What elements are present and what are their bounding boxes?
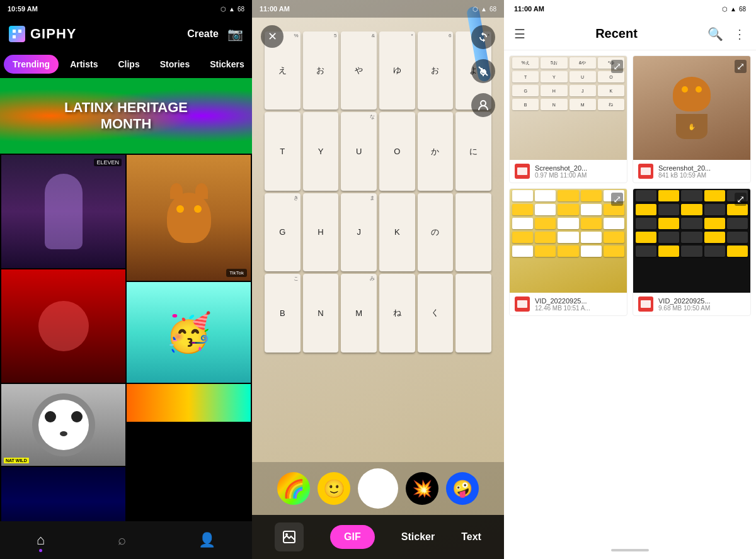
dk-row-1	[633, 189, 750, 203]
gif-goodnight[interactable]: Good Night	[1, 467, 125, 521]
panda-eye-right	[71, 411, 83, 422]
goodnight-text: Good Night	[36, 520, 91, 521]
sticker-mode-label: Sticker	[401, 531, 435, 542]
yk-key	[512, 232, 533, 243]
tab-stories[interactable]: Stories	[151, 55, 198, 74]
file-info-4: VID_20220925... 9.68 MB 10:50 AM	[633, 293, 750, 315]
bottom-nav-profile[interactable]: 👤	[198, 532, 215, 548]
tab-clips[interactable]: Clips	[109, 55, 148, 74]
giphy-status-time: 10:59 AM	[8, 5, 38, 13]
portrait-button[interactable]	[471, 93, 495, 117]
gallery-button[interactable]	[275, 522, 304, 551]
sticker-crazy[interactable]: 🤪	[446, 472, 479, 505]
thumb-eye-left	[682, 86, 688, 93]
key-G: Gき	[265, 193, 301, 271]
sticker-rainbow[interactable]: 🌈	[277, 472, 310, 505]
rainbow-emoji: 🌈	[283, 478, 305, 499]
files-status-bar: 11:00 AM ⬡ ▲ 68	[504, 0, 756, 18]
giphy-status-icons: ⬡ ▲ 68	[220, 6, 244, 13]
kv-row-1: %え 5お &や *ゆ	[510, 56, 627, 70]
yk-key	[535, 204, 556, 215]
file-card-3[interactable]: ⤢ VID_20220925... 12.46 MB 10:51 A...	[509, 188, 627, 316]
tab-artists[interactable]: Artists	[61, 55, 106, 74]
expand-icon-1[interactable]: ⤢	[611, 60, 623, 73]
yk-key	[581, 232, 602, 243]
gif-cat[interactable]: TikTok	[127, 155, 251, 281]
file-card-2[interactable]: ✋ ⤢ Screenshot_20... 841 kB 10:59 AM	[633, 55, 751, 183]
expand-icon-4[interactable]: ⤢	[735, 193, 747, 206]
dk-key	[727, 218, 748, 229]
soccer-figure	[38, 301, 89, 351]
kv-row-3: G H J K	[510, 84, 627, 98]
panda-nose	[60, 431, 67, 436]
smiley-emoji: 🙂	[323, 478, 345, 499]
text-mode-button[interactable]: Text	[461, 531, 481, 543]
eleven-badge: ELEVEN	[94, 159, 122, 166]
yk-key	[558, 204, 578, 215]
kv-row-4: B N M ね	[510, 98, 627, 111]
expand-icon-3[interactable]: ⤢	[611, 193, 623, 206]
yk-key	[558, 218, 578, 229]
mute-button[interactable]	[471, 59, 495, 83]
giphy-header: GIPHY Create 📷	[0, 18, 252, 50]
sticker-smiley[interactable]: 🙂	[318, 472, 350, 505]
file-type-icon-2	[638, 164, 653, 179]
yellow-keys-vis	[510, 189, 627, 293]
search-icon: ⌕	[118, 532, 126, 548]
dk-key	[636, 218, 656, 229]
giphy-bottom-nav: ⌂ ⌕ 👤	[0, 521, 252, 559]
file-icon-inner-2	[641, 167, 651, 175]
close-camera-button[interactable]: ✕	[261, 25, 284, 48]
key-no: の	[418, 193, 454, 271]
kv-key: J	[570, 85, 596, 96]
sticker-burst[interactable]: 💥	[406, 472, 438, 505]
kv-key: K	[598, 85, 624, 96]
expand-icon-2[interactable]: ⤢	[735, 60, 747, 73]
tab-stickers[interactable]: Stickers	[201, 55, 252, 74]
key-N: N	[303, 274, 339, 352]
dk-key-yellow	[704, 232, 725, 243]
kv-key: Y	[541, 71, 567, 82]
gif-abstract[interactable]	[127, 384, 251, 422]
svg-rect-2	[13, 35, 16, 38]
kv-key: M	[570, 99, 596, 110]
dk-key-yellow	[704, 218, 725, 229]
sticker-mode-button[interactable]: Sticker	[401, 531, 435, 543]
bottom-nav-search[interactable]: ⌕	[118, 532, 126, 548]
yk-key	[581, 204, 602, 215]
keyboard-thumb-vis-1: %え 5お &や *ゆ T Y U O G H J	[510, 56, 627, 160]
dk-key	[727, 232, 748, 243]
capture-button[interactable]	[358, 468, 398, 509]
file-icon-inner-4	[641, 300, 651, 308]
file-type-icon-1	[515, 164, 530, 179]
gif-panda[interactable]: NAT WILD	[1, 384, 125, 466]
cat-eyes	[167, 193, 211, 213]
thumb-cat-body: ✋	[676, 114, 707, 139]
files-search-icon[interactable]: 🔍	[707, 26, 723, 42]
camera-header-icon[interactable]: 📷	[227, 26, 243, 42]
files-battery-icon: 68	[739, 6, 746, 13]
yk-row-3	[510, 217, 627, 230]
key-J: Jま	[341, 193, 377, 271]
gif-dancer[interactable]: ELEVEN	[1, 155, 125, 268]
bottom-nav-home[interactable]: ⌂	[37, 532, 45, 548]
tab-trending[interactable]: Trending	[4, 55, 59, 74]
files-header-icons: 🔍 ⋮	[707, 26, 746, 42]
home-icon: ⌂	[37, 532, 45, 548]
svg-rect-0	[13, 30, 16, 33]
gif-party[interactable]: 🥳	[127, 282, 251, 383]
gif-mode-button[interactable]: GIF	[330, 525, 375, 549]
create-button[interactable]: Create	[187, 28, 219, 40]
key-O: O	[379, 112, 415, 190]
gif-soccer[interactable]	[1, 269, 125, 383]
flip-camera-button[interactable]	[471, 25, 495, 49]
file-card-1[interactable]: %え 5お &や *ゆ T Y U O G H J	[509, 55, 627, 183]
file-card-4[interactable]: ⤢ VID_20220925... 9.68 MB 10:50 AM	[633, 188, 751, 316]
camera-battery-icon: 68	[490, 6, 496, 13]
hamburger-icon[interactable]: ☰	[514, 26, 525, 42]
dk-row-2	[633, 203, 750, 217]
files-more-icon[interactable]: ⋮	[733, 26, 746, 42]
file-thumb-2: ✋ ⤢	[633, 56, 750, 160]
cat-eye-left	[176, 205, 184, 213]
yk-key	[604, 232, 624, 243]
